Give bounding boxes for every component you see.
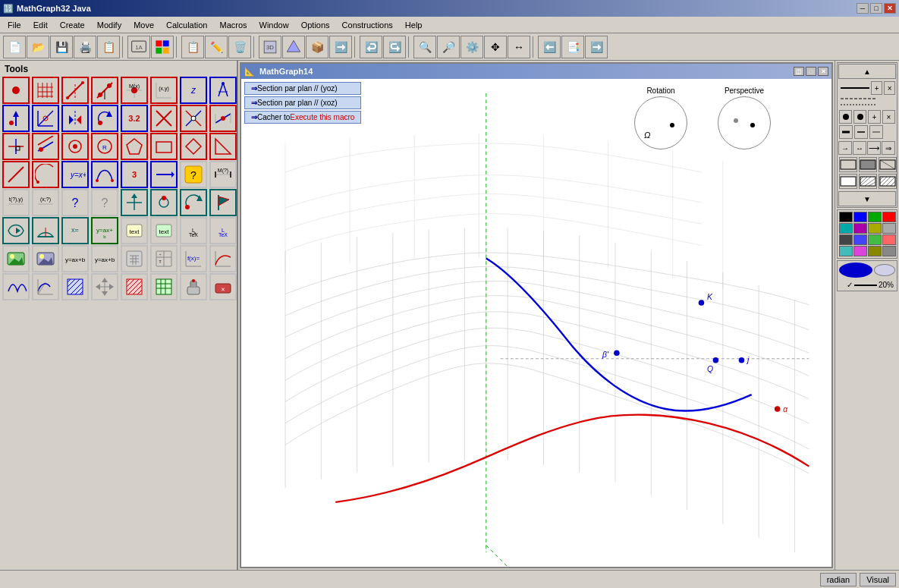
tool-question[interactable]: ? xyxy=(180,161,207,188)
toolbar-nav1[interactable]: ⬅️ xyxy=(538,36,561,58)
rect-style3[interactable] xyxy=(879,157,897,172)
arrow-style1[interactable]: → xyxy=(838,141,852,155)
fill-style1[interactable] xyxy=(839,174,857,189)
toolbar-color[interactable] xyxy=(151,36,174,58)
rotation-circle[interactable]: Ω xyxy=(634,96,687,149)
tool-num2[interactable]: 3 xyxy=(121,161,148,188)
tool-measure[interactable]: M(?) xyxy=(209,161,237,188)
line-thick2[interactable] xyxy=(854,125,868,139)
toolbar-zoom-out[interactable]: 🔎 xyxy=(437,36,460,58)
toolbar-move[interactable]: ✥ xyxy=(484,36,507,58)
fill-style2[interactable] xyxy=(859,174,877,189)
tool-xyq[interactable]: (x;?) xyxy=(32,189,59,216)
tool-funcplot[interactable]: f(x)= xyxy=(180,245,207,272)
toolbar-redo[interactable]: ↪️ xyxy=(383,36,406,58)
tool-compass[interactable] xyxy=(209,77,237,104)
tool-point-on[interactable] xyxy=(61,133,89,160)
tool-arc[interactable] xyxy=(32,161,59,188)
tool-rotate2[interactable] xyxy=(180,189,207,216)
toolbar-settings[interactable]: ⚙️ xyxy=(461,36,483,58)
tool-trig[interactable] xyxy=(2,273,30,300)
color-magenta[interactable] xyxy=(853,246,867,256)
tool-polygon[interactable] xyxy=(121,133,148,160)
tool-num[interactable]: 3.2 xyxy=(121,105,148,132)
tool-move3[interactable] xyxy=(91,273,118,300)
fill-oval-dark[interactable] xyxy=(839,263,872,278)
tool-triangle-r[interactable] xyxy=(209,133,237,160)
color-blue[interactable] xyxy=(853,212,867,222)
toolbar-img1[interactable]: 1A xyxy=(127,36,150,58)
menu-file[interactable]: File xyxy=(2,19,27,31)
tool-rhombus[interactable] xyxy=(180,133,207,160)
toolbar-edit2[interactable]: ✏️ xyxy=(205,36,228,58)
tool-line-cross[interactable] xyxy=(180,105,207,132)
tool-latex[interactable]: L A TeX xyxy=(180,217,207,244)
toolbar-open[interactable]: 📂 xyxy=(27,36,49,58)
tool-hatch[interactable] xyxy=(61,273,89,300)
toolbar-zoom-in[interactable]: 🔍 xyxy=(413,36,436,58)
tool-funcplot2[interactable] xyxy=(209,245,237,272)
menu-calculation[interactable]: Calculation xyxy=(160,19,213,31)
tool-grid[interactable] xyxy=(32,77,59,104)
tool-point-line[interactable] xyxy=(91,77,118,104)
tool-eraser[interactable]: ✕ xyxy=(209,273,237,300)
tool-move2[interactable] xyxy=(121,189,148,216)
visual-button[interactable]: Visual xyxy=(860,573,896,586)
maximize-button[interactable]: □ xyxy=(870,3,882,14)
radian-button[interactable]: radian xyxy=(820,573,857,586)
menu-edit[interactable]: Edit xyxy=(27,19,54,31)
tool-perp[interactable] xyxy=(2,133,30,160)
graph-maximize[interactable]: □ xyxy=(806,67,816,76)
tool-flag[interactable] xyxy=(209,189,237,216)
tool-pattern[interactable] xyxy=(121,273,148,300)
point-sub[interactable]: × xyxy=(882,110,895,124)
macro-btn-xoz[interactable]: ⇒Section par plan // (xoz) xyxy=(244,96,361,109)
scroll-down[interactable]: ▼ xyxy=(838,191,896,206)
minimize-button[interactable]: ─ xyxy=(857,3,869,14)
menu-help[interactable]: Help xyxy=(399,19,429,31)
color-purple[interactable] xyxy=(853,223,867,234)
graph-close[interactable]: ✕ xyxy=(818,67,828,76)
toolbar-save[interactable]: 💾 xyxy=(50,36,73,58)
rect-style2[interactable] xyxy=(859,157,877,172)
point-style2[interactable] xyxy=(853,110,866,124)
tool-mid[interactable] xyxy=(209,105,237,132)
toolbar-new[interactable]: 📄 xyxy=(3,36,26,58)
graph-content[interactable]: ⇒Section par plan // (yoz) ⇒Section par … xyxy=(241,79,831,567)
color-medblue[interactable] xyxy=(853,234,867,245)
macro-btn-yoz[interactable]: ⇒Section par plan // (yoz) xyxy=(244,82,361,95)
tool-var[interactable]: x= xyxy=(61,217,89,244)
tool-point[interactable] xyxy=(2,77,30,104)
color-gray[interactable] xyxy=(882,223,896,234)
color-medgray[interactable] xyxy=(882,246,896,256)
fill-style3[interactable] xyxy=(879,174,897,189)
tool-curve[interactable] xyxy=(91,161,118,188)
tool-angle[interactable] xyxy=(32,105,59,132)
color-teal[interactable] xyxy=(839,223,853,234)
tool-text-eq[interactable]: y=ax+ b xyxy=(91,217,118,244)
toolbar-undo[interactable]: ↩️ xyxy=(360,36,382,58)
menu-macros[interactable]: Macros xyxy=(213,19,253,31)
toolbar-3d[interactable]: 3D xyxy=(259,36,281,58)
menu-options[interactable]: Options xyxy=(295,19,336,31)
tool-text2[interactable]: text xyxy=(150,217,178,244)
tool-text[interactable]: text xyxy=(121,217,148,244)
toolbar-print[interactable]: 🖨️ xyxy=(74,36,96,58)
close-button[interactable]: ✕ xyxy=(884,3,896,14)
menu-move[interactable]: Move xyxy=(127,19,160,31)
menu-modify[interactable]: Modify xyxy=(91,19,127,31)
tool-diagonal[interactable] xyxy=(2,161,30,188)
tool-calc[interactable] xyxy=(121,245,148,272)
line-thick3[interactable] xyxy=(869,125,883,139)
line-style-btn2[interactable]: × xyxy=(884,81,895,95)
menu-window[interactable]: Window xyxy=(253,19,295,31)
tool-reflect[interactable] xyxy=(61,105,89,132)
color-medgreen[interactable] xyxy=(868,234,882,245)
tool-latex2[interactable]: L TeX xyxy=(209,217,237,244)
color-red[interactable] xyxy=(882,212,896,222)
tool-func2[interactable]: y=ax+b xyxy=(91,245,118,272)
tool-table[interactable]: ÷ T xyxy=(150,245,178,272)
macro-btn-hide[interactable]: ⇒Cacher toExecute this macro xyxy=(244,111,361,124)
tool-rotate[interactable] xyxy=(91,105,118,132)
tool-grid2[interactable] xyxy=(150,273,178,300)
